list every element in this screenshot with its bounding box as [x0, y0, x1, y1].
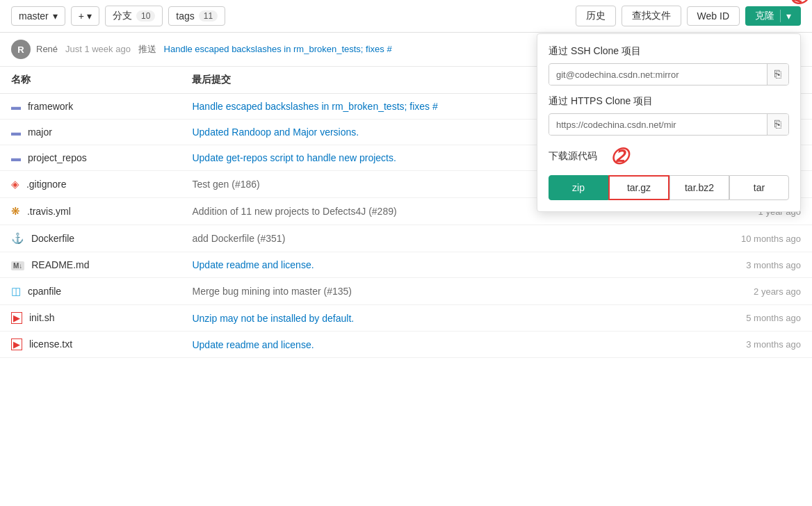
commit-message-cell: Update readme and license. — [181, 252, 664, 278]
file-name-cell: ◈ .gitignore — [0, 171, 181, 198]
folder-icon: ▬ — [11, 126, 21, 138]
branch-text: 分支 — [113, 10, 132, 22]
add-arrow-icon: ▾ — [87, 10, 92, 22]
file-name-link[interactable]: README.md — [31, 259, 89, 270]
commit-link[interactable]: Unzip may not be installed by default. — [192, 313, 354, 324]
tags-text: tags — [176, 10, 194, 22]
file-name-link[interactable]: .gitignore — [26, 179, 67, 190]
branch-selector[interactable]: master ▾ — [11, 6, 65, 26]
download-buttons: zip tar.gz tar.bz2 tar — [549, 175, 789, 200]
table-row: ⚓ Dockerfile add Dockerfile (#351)10 mon… — [0, 225, 812, 252]
ssh-clone-row: ⎘ — [549, 63, 789, 85]
commit-text: add Dockerfile (#351) — [192, 233, 285, 244]
ssh-copy-button[interactable]: ⎘ — [767, 64, 788, 85]
time-cell: 5 months ago — [664, 305, 812, 332]
clone-divider — [780, 10, 781, 22]
folder-icon: ▬ — [11, 101, 21, 112]
find-file-button[interactable]: 查找文件 — [622, 6, 681, 26]
travis-icon: ❋ — [11, 205, 20, 218]
commit-link[interactable]: Update get-repos script to handle new pr… — [192, 152, 396, 163]
gitignore-icon: ◈ — [11, 178, 19, 190]
commit-message-cell: add Dockerfile (#351) — [181, 225, 664, 252]
ssh-url-input[interactable] — [549, 65, 767, 85]
file-name-link[interactable]: major — [28, 126, 52, 138]
history-button[interactable]: 历史 — [576, 6, 616, 26]
table-row: ▶ license.txt Update readme and license.… — [0, 332, 812, 358]
initsh-icon: ▶ — [11, 312, 22, 324]
commit-link[interactable]: Handle escaped backslashes in rm_broken_… — [192, 101, 437, 112]
time-cell: 2 years ago — [664, 278, 812, 305]
file-name-cell: ▬ framework — [0, 94, 181, 120]
file-name-cell: ▶ license.txt — [0, 332, 181, 358]
tar-button[interactable]: tar — [729, 175, 789, 200]
commit-author: René — [36, 44, 58, 54]
file-name-link[interactable]: cpanfile — [28, 286, 61, 297]
tags-count: 11 — [199, 10, 218, 22]
time-cell: 3 months ago — [664, 332, 812, 358]
file-name-link[interactable]: project_repos — [28, 152, 87, 163]
tar-bz2-button[interactable]: tar.bz2 — [669, 175, 729, 200]
commit-link[interactable]: Updated Randoop and Major versions. — [192, 126, 359, 138]
table-row: ◫ cpanfile Merge bug mining into master … — [0, 278, 812, 305]
https-url-input[interactable] — [549, 115, 767, 135]
commit-action: 推送 — [138, 44, 156, 54]
file-name-link[interactable]: license.txt — [29, 338, 72, 350]
https-copy-button[interactable]: ⎘ — [767, 114, 788, 135]
commit-message-cell: Merge bug mining into master (#135) — [181, 278, 664, 305]
commit-message-cell: Unzip may not be installed by default. — [181, 305, 664, 332]
file-name-link[interactable]: init.sh — [29, 312, 55, 323]
file-name-cell: ▬ project_repos — [0, 145, 181, 171]
zip-button[interactable]: zip — [549, 175, 608, 200]
https-clone-row: ⎘ — [549, 113, 789, 136]
time-cell: 3 months ago — [664, 252, 812, 278]
file-name-link[interactable]: Dockerfile — [31, 233, 74, 244]
commit-message-link[interactable]: Handle escaped backslashes in rm_broken_… — [164, 44, 392, 54]
commit-link[interactable]: Update readme and license. — [192, 339, 314, 350]
commit-text: Test gen (#186) — [192, 179, 259, 190]
commit-message-cell: Update readme and license. — [181, 332, 664, 358]
cpanfile-icon: ◫ — [11, 285, 21, 297]
tags-button[interactable]: tags 11 — [168, 6, 225, 26]
https-title: 通过 HTTPS Clone 项目 — [549, 95, 789, 108]
webid-button[interactable]: Web ID — [687, 6, 740, 26]
download-title: 下载源代码 ➁ — [549, 145, 789, 168]
file-name-link[interactable]: framework — [28, 101, 73, 112]
clone-arrow-icon: ▾ — [786, 10, 791, 22]
branch-arrow-icon: ▾ — [53, 10, 58, 22]
branch-count: 10 — [136, 10, 155, 22]
clone-dropdown-panel: 通过 SSH Clone 项目 ⎘ 通过 HTTPS Clone 项目 ⎘ 下载… — [537, 33, 801, 212]
commit-link[interactable]: Update readme and license. — [192, 259, 314, 270]
commit-text: Merge bug mining into master (#135) — [192, 286, 352, 297]
license-icon: ▶ — [11, 338, 22, 350]
docker-icon: ⚓ — [11, 232, 24, 245]
file-name-link[interactable]: .travis.yml — [27, 206, 71, 217]
commit-info: René Just 1 week ago 推送 Handle escaped b… — [36, 43, 392, 56]
file-name-cell: ▶ init.sh — [0, 305, 181, 332]
file-name-cell: ❋ .travis.yml — [0, 198, 181, 225]
time-cell: 10 months ago — [664, 225, 812, 252]
file-name-cell: ⚓ Dockerfile — [0, 225, 181, 252]
annotation-arrow-2: ➁ — [611, 146, 627, 168]
folder-icon: ▬ — [11, 152, 21, 163]
add-icon: + — [79, 10, 84, 22]
download-section: 下载源代码 ➁ zip tar.gz tar.bz2 tar — [549, 145, 789, 200]
commit-time: Just 1 week ago — [65, 44, 131, 54]
clone-button[interactable]: 克隆 ▾ — [745, 6, 801, 26]
branches-button[interactable]: 分支 10 — [105, 6, 163, 26]
file-name-cell: ◫ cpanfile — [0, 278, 181, 305]
add-button[interactable]: + ▾ — [71, 6, 99, 26]
branch-label: master — [19, 10, 49, 22]
ssh-title: 通过 SSH Clone 项目 — [549, 45, 789, 58]
readme-icon: M↓ — [11, 261, 24, 270]
file-name-cell: M↓ README.md — [0, 252, 181, 278]
clone-label: 克隆 — [755, 10, 774, 22]
tar-gz-button[interactable]: tar.gz — [608, 175, 669, 200]
commit-text: Addition of 11 new projects to Defects4J… — [192, 206, 396, 217]
table-row: ▶ init.sh Unzip may not be installed by … — [0, 305, 812, 332]
avatar: R — [11, 40, 31, 59]
table-row: M↓ README.md Update readme and license.3… — [0, 252, 812, 278]
col-name-header: 名称 — [0, 67, 181, 94]
file-name-cell: ▬ major — [0, 120, 181, 145]
